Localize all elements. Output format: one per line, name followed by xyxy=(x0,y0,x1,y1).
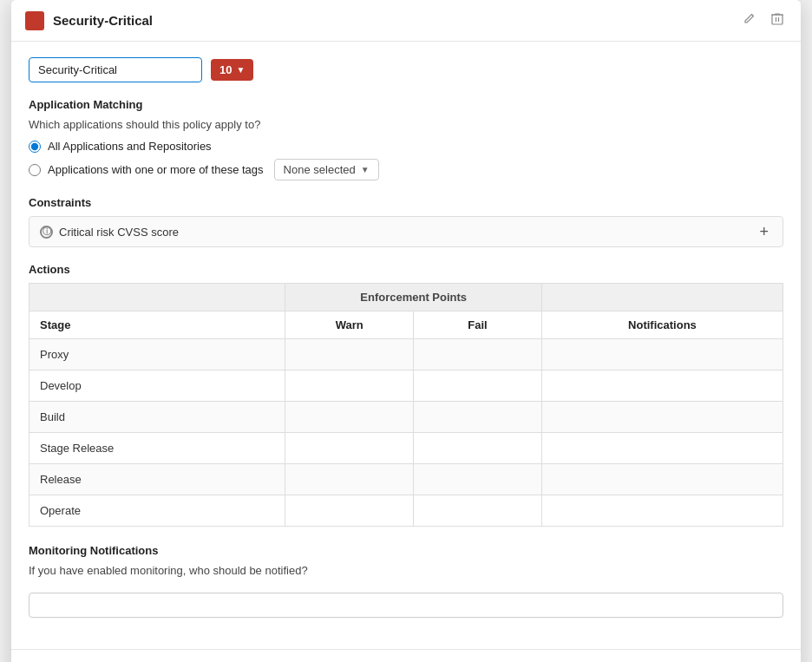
fail-cell xyxy=(414,495,542,527)
modal-title: Security-Critical xyxy=(53,13,739,28)
severity-chevron: ▼ xyxy=(236,65,245,75)
modal-header: Security-Critical xyxy=(11,0,801,42)
fail-cell xyxy=(414,402,542,433)
severity-value: 10 xyxy=(219,63,232,76)
monitoring-input[interactable] xyxy=(29,593,783,618)
footer-actions: Cancel Save xyxy=(11,649,801,662)
warn-cell xyxy=(285,402,414,433)
enforcement-table: Enforcement Points Stage Warn Fail Notif… xyxy=(29,283,783,527)
radio-row-all: All Applications and Repositories xyxy=(29,140,783,153)
stage-cell: Release xyxy=(29,464,285,495)
policy-name-input[interactable] xyxy=(29,57,202,82)
tags-dropdown-label: None selected xyxy=(284,163,356,176)
monitoring-title: Monitoring Notifications xyxy=(29,544,783,557)
radio-all-apps-label: All Applications and Repositories xyxy=(48,140,212,153)
empty-header xyxy=(29,284,285,311)
constraint-label: Critical risk CVSS score xyxy=(59,226,179,239)
notifications-cell xyxy=(541,464,783,495)
warn-cell xyxy=(285,495,414,527)
top-row: 10 ▼ xyxy=(29,57,783,82)
svg-rect-0 xyxy=(772,15,783,24)
fail-col-header: Fail xyxy=(414,311,542,339)
trash-icon xyxy=(771,12,783,25)
stage-cell: Develop xyxy=(29,370,285,402)
app-matching-title: Application Matching xyxy=(29,98,783,111)
stage-cell: Operate xyxy=(29,495,285,527)
modal-container: Security-Critical 10 ▼ xyxy=(11,0,801,662)
warn-cell xyxy=(285,370,414,402)
stage-col-header: Stage xyxy=(29,311,285,339)
notifications-cell xyxy=(541,339,783,370)
fail-cell xyxy=(414,433,542,464)
notifications-col-header: Notifications xyxy=(541,311,783,339)
policy-icon xyxy=(25,11,44,30)
add-constraint-button[interactable]: + xyxy=(756,224,772,239)
modal-body: 10 ▼ Application Matching Which applicat… xyxy=(11,42,801,633)
table-row: Develop xyxy=(29,370,783,402)
edit-icon xyxy=(743,12,756,25)
warn-col-header: Warn xyxy=(285,311,414,339)
table-row: Release xyxy=(29,464,783,495)
table-row: Proxy xyxy=(29,339,783,370)
actions-title: Actions xyxy=(29,263,783,276)
warn-cell xyxy=(285,433,414,464)
fail-cell xyxy=(414,464,542,495)
warn-cell xyxy=(285,339,414,370)
fail-cell xyxy=(414,370,542,402)
constraints-box: ⓘ Critical risk CVSS score + xyxy=(29,216,783,247)
notifications-cell xyxy=(541,433,783,464)
app-matching-radio-group: All Applications and Repositories Applic… xyxy=(29,140,783,180)
header-actions xyxy=(739,10,787,30)
edit-button[interactable] xyxy=(739,10,759,30)
constraint-info-icon: ⓘ xyxy=(40,226,53,239)
monitoring-section: Monitoring Notifications If you have ena… xyxy=(29,544,783,618)
tags-dropdown-button[interactable]: None selected ▼ xyxy=(274,159,379,180)
notifications-cell xyxy=(541,495,783,527)
app-matching-question: Which applications should this policy ap… xyxy=(29,118,783,131)
monitoring-description: If you have enabled monitoring, who shou… xyxy=(29,564,783,577)
actions-section: Actions Enforcement Points Stage Warn Fa… xyxy=(29,263,783,527)
enforcement-points-header: Enforcement Points xyxy=(285,284,541,311)
radio-tags-label: Applications with one or more of these t… xyxy=(48,163,264,176)
radio-row-tags: Applications with one or more of these t… xyxy=(29,159,783,180)
severity-badge-button[interactable]: 10 ▼ xyxy=(211,59,253,81)
table-row: Stage Release xyxy=(29,433,783,464)
notifications-cell xyxy=(541,402,783,433)
warn-cell xyxy=(285,464,414,495)
fail-cell xyxy=(414,339,542,370)
delete-button[interactable] xyxy=(768,10,787,30)
radio-tags[interactable] xyxy=(29,164,41,176)
tags-dropdown-caret: ▼ xyxy=(361,165,370,174)
radio-all-apps[interactable] xyxy=(29,141,41,153)
stage-cell: Proxy xyxy=(29,339,285,370)
table-row: Build xyxy=(29,402,783,433)
stage-cell: Build xyxy=(29,402,285,433)
constraints-title: Constraints xyxy=(29,196,783,209)
stage-cell: Stage Release xyxy=(29,433,285,464)
constraint-item: ⓘ Critical risk CVSS score xyxy=(40,226,179,239)
empty-notif-header xyxy=(541,284,783,311)
notifications-cell xyxy=(541,370,783,402)
table-row: Operate xyxy=(29,495,783,527)
